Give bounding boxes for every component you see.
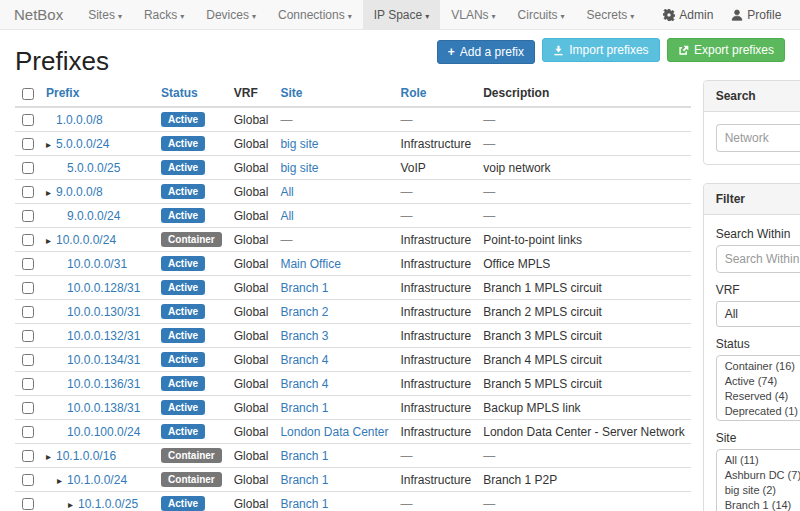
search-within-input[interactable] <box>716 245 800 273</box>
search-input[interactable] <box>716 124 800 152</box>
nav-item-racks[interactable]: Racks▾ <box>133 0 195 29</box>
prefix-link[interactable]: 5.0.0.0/24 <box>56 137 109 151</box>
vrf-label: VRF <box>716 283 800 297</box>
row-checkbox[interactable] <box>22 258 34 270</box>
status-badge: Active <box>161 208 205 223</box>
listbox-option[interactable]: Active (74) <box>717 374 800 389</box>
row-checkbox[interactable] <box>22 138 34 150</box>
site-link[interactable]: Branch 2 <box>280 305 328 319</box>
description-cell: Office MPLS <box>477 252 690 276</box>
nav-item-devices[interactable]: Devices▾ <box>195 0 267 29</box>
listbox-option[interactable]: Reserved (4) <box>717 389 800 404</box>
filter-panel-title: Filter <box>704 184 800 215</box>
prefix-link[interactable]: 10.0.0.138/31 <box>67 401 140 415</box>
prefix-link[interactable]: 10.0.0.134/31 <box>67 353 140 367</box>
prefix-link[interactable]: 10.0.100.0/24 <box>67 425 140 439</box>
row-checkbox[interactable] <box>22 282 34 294</box>
prefix-link[interactable]: 10.0.0.0/31 <box>67 257 127 271</box>
site-link[interactable]: Branch 1 <box>280 401 328 415</box>
row-checkbox[interactable] <box>22 330 34 342</box>
status-badge: Container <box>161 448 222 463</box>
description-cell: London Data Center - Server Network <box>477 420 690 444</box>
table-row: ▸9.0.0.0/8 Active Global All — — <box>15 180 691 204</box>
listbox-option[interactable]: big site (2) <box>717 483 800 498</box>
prefix-link[interactable]: 1.0.0.0/8 <box>56 113 103 127</box>
listbox-option[interactable]: Deprecated (1) <box>717 404 800 419</box>
vrf-select[interactable]: All ▾ <box>716 301 800 327</box>
site-link[interactable]: Branch 3 <box>280 329 328 343</box>
role-cell: Infrastructure <box>395 372 478 396</box>
prefix-link[interactable]: 10.0.0.136/31 <box>67 377 140 391</box>
prefix-link[interactable]: 10.1.0.0/25 <box>78 497 138 511</box>
row-checkbox[interactable] <box>22 498 34 510</box>
listbox-option[interactable]: All (11) <box>717 453 800 468</box>
table-row: 10.0.100.0/24 Active Global London Data … <box>15 420 691 444</box>
table-row: 10.0.0.132/31 Active Global Branch 3 Inf… <box>15 324 691 348</box>
prefix-link[interactable]: 9.0.0.0/24 <box>67 209 120 223</box>
site-link[interactable]: London Data Center <box>280 425 388 439</box>
row-checkbox[interactable] <box>22 426 34 438</box>
profile-link[interactable]: Profile <box>731 8 781 22</box>
prefix-link[interactable]: 10.1.0.0/16 <box>56 449 116 463</box>
add-prefix-button[interactable]: + Add a prefix <box>437 40 535 64</box>
row-checkbox[interactable] <box>22 306 34 318</box>
admin-link[interactable]: Admin <box>663 8 713 22</box>
nav-item-ip-space[interactable]: IP Space▾ <box>363 0 441 29</box>
site-link[interactable]: Branch 1 <box>280 281 328 295</box>
row-checkbox[interactable] <box>22 186 34 198</box>
listbox-option[interactable]: Branch 1 (14) <box>717 498 800 511</box>
expand-arrow-icon: ▸ <box>46 235 56 246</box>
nav-item-label: Secrets <box>587 8 628 22</box>
nav-item-connections[interactable]: Connections▾ <box>267 0 363 29</box>
export-prefixes-button[interactable]: Export prefixes <box>667 38 785 62</box>
column-header-role[interactable]: Role <box>395 80 478 107</box>
brand-link[interactable]: NetBox <box>0 0 77 29</box>
site-link[interactable]: big site <box>280 161 318 175</box>
role-cell: — <box>395 180 478 204</box>
nav-item-sites[interactable]: Sites▾ <box>77 0 133 29</box>
site-link[interactable]: All <box>280 185 293 199</box>
add-prefix-label: Add a prefix <box>460 45 524 59</box>
status-badge: Active <box>161 184 205 199</box>
table-row: ▸10.1.0.0/16 Container Global Branch 1 —… <box>15 444 691 468</box>
prefix-link[interactable]: 10.0.0.130/31 <box>67 305 140 319</box>
row-checkbox[interactable] <box>22 402 34 414</box>
site-link[interactable]: Branch 1 <box>280 449 328 463</box>
site-link[interactable]: Branch 4 <box>280 353 328 367</box>
role-cell: Infrastructure <box>395 396 478 420</box>
site-link[interactable]: big site <box>280 137 318 151</box>
row-checkbox[interactable] <box>22 234 34 246</box>
site-link[interactable]: Branch 1 <box>280 473 328 487</box>
site-link[interactable]: All <box>280 209 293 223</box>
import-prefixes-button[interactable]: Import prefixes <box>542 38 659 62</box>
vrf-cell: Global <box>228 492 275 511</box>
site-link[interactable]: Main Office <box>280 257 340 271</box>
listbox-option[interactable]: Container (16) <box>717 359 800 374</box>
row-checkbox[interactable] <box>22 210 34 222</box>
column-header-prefix[interactable]: Prefix <box>40 80 155 107</box>
prefix-link[interactable]: 10.0.0.132/31 <box>67 329 140 343</box>
import-icon <box>553 45 564 56</box>
row-checkbox[interactable] <box>22 162 34 174</box>
site-link[interactable]: Branch 4 <box>280 377 328 391</box>
prefix-link[interactable]: 5.0.0.0/25 <box>67 161 120 175</box>
nav-item-secrets[interactable]: Secrets▾ <box>576 0 646 29</box>
column-header-site[interactable]: Site <box>274 80 394 107</box>
role-cell: Infrastructure <box>395 468 478 492</box>
site-link[interactable]: Branch 1 <box>280 497 328 511</box>
prefix-link[interactable]: 10.0.0.128/31 <box>67 281 140 295</box>
select-all-checkbox[interactable] <box>22 88 34 100</box>
status-badge: Container <box>161 472 222 487</box>
prefix-link[interactable]: 10.0.0.0/24 <box>56 233 116 247</box>
row-checkbox[interactable] <box>22 354 34 366</box>
row-checkbox[interactable] <box>22 450 34 462</box>
prefix-link[interactable]: 9.0.0.0/8 <box>56 185 103 199</box>
listbox-option[interactable]: Ashburn DC (7) <box>717 468 800 483</box>
row-checkbox[interactable] <box>22 114 34 126</box>
row-checkbox[interactable] <box>22 378 34 390</box>
nav-item-circuits[interactable]: Circuits▾ <box>507 0 576 29</box>
row-checkbox[interactable] <box>22 474 34 486</box>
nav-item-vlans[interactable]: VLANs▾ <box>440 0 506 29</box>
column-header-status[interactable]: Status <box>155 80 228 107</box>
prefix-link[interactable]: 10.1.0.0/24 <box>67 473 127 487</box>
